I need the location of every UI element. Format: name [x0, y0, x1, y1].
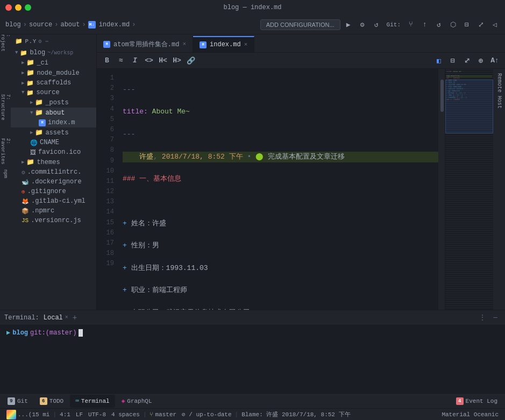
left-panel-icons: 1: Project 7: Structure 2: Favorites npm — [0, 34, 11, 310]
folder-icon: 📁 — [26, 89, 34, 96]
bottom-tab-event-log[interactable]: 4 Event Log — [451, 395, 503, 408]
file-tab-atom[interactable]: M atom常用插件集合.md × — [97, 36, 193, 52]
terminal-tab-local[interactable]: Local × — [44, 314, 68, 322]
link-button[interactable]: 🔗 — [185, 55, 197, 67]
status-lineending-text: LF — [76, 411, 83, 418]
bottom-tab-graphql[interactable]: ◈ GraphQL — [116, 395, 158, 408]
tree-item-favicon[interactable]: 🖼 favicon.ico — [11, 147, 96, 157]
git-pull-icon[interactable]: ↺ — [433, 19, 445, 31]
status-blame[interactable]: Blame: 许盛 2018/7/18, 8:52 下午 — [239, 410, 352, 418]
status-branch[interactable]: ⑂ master — [147, 411, 179, 418]
git-push-icon[interactable]: ↑ — [419, 19, 431, 31]
expand-icon[interactable]: ⤢ — [475, 19, 487, 31]
project-panel-icon[interactable]: 1: Project — [1, 37, 10, 46]
window-controls — [5, 4, 31, 11]
minimize-button[interactable] — [15, 4, 22, 11]
top-toolbar: blog › source › about › M↓ index.md › AD… — [0, 15, 505, 34]
terminal-cursor — [79, 329, 83, 337]
font-size-icon[interactable]: A↑ — [489, 55, 501, 67]
tree-item-assets[interactable]: ▶ 📁 assets — [11, 127, 96, 138]
status-indent[interactable]: 4 spaces — [109, 411, 142, 418]
status-rowcol[interactable]: 4:1 — [58, 411, 73, 418]
tree-item-versionrc[interactable]: JS .versionrc.js — [11, 216, 96, 225]
npm-panel-icon[interactable]: npm — [1, 169, 10, 179]
tree-label: .commitlintrc. — [27, 168, 82, 176]
preview-icon[interactable]: ◧ — [433, 55, 445, 67]
tree-item-gitignore[interactable]: ⊕ .gitignore — [11, 187, 96, 196]
breadcrumb-source[interactable]: source — [29, 21, 52, 29]
editor-toolbar: B ≈ I <> H< H> 🔗 ◧ ⊟ ⤢ ⊕ A↑ — [97, 53, 505, 69]
tab-close-icon[interactable]: × — [244, 41, 248, 48]
tree-item-ci[interactable]: ▶ 📁 _ci — [11, 58, 96, 68]
status-encoding[interactable]: UTF-8 — [86, 411, 108, 418]
terminal-add-button[interactable]: + — [73, 314, 77, 322]
tree-item-npmrc[interactable]: 📦 .npmrc — [11, 206, 96, 216]
settings-icon[interactable]: ⚙ — [357, 19, 368, 31]
tree-item-about[interactable]: ▼ 📁 about — [11, 108, 96, 118]
tree-item-commitlintrc[interactable]: ⚙ .commitlintrc. — [11, 167, 96, 177]
bold-button[interactable]: B — [101, 55, 113, 67]
js-icon: JS — [22, 217, 29, 224]
refresh-icon[interactable]: ↺ — [371, 19, 382, 31]
tree-item-source[interactable]: ▼ 📁 source — [11, 88, 96, 97]
code-button[interactable]: <> — [143, 55, 155, 67]
tree-item-cname[interactable]: 🌐 CNAME — [11, 138, 96, 147]
npm-icon: 📦 — [22, 208, 29, 215]
docker-icon: 🐋 — [22, 179, 29, 186]
close-button[interactable] — [5, 4, 12, 11]
run-icon[interactable]: ▶ — [343, 19, 354, 31]
code-content[interactable]: --- title: About Me~ --- 许盛, 2018/7/18, … — [118, 69, 445, 310]
file-tab-index[interactable]: M index.md × — [193, 36, 254, 52]
heading-up-button[interactable]: H> — [171, 55, 183, 67]
tree-item-posts[interactable]: ▶ 📁 _posts — [11, 97, 96, 108]
back-icon[interactable]: ◁ — [489, 19, 501, 31]
favorites-panel-icon[interactable]: 2: Favorites — [1, 146, 10, 156]
tab-md-icon: M — [200, 41, 207, 48]
maximize-button[interactable] — [25, 4, 31, 11]
italic-button[interactable]: I — [129, 55, 141, 67]
breadcrumb-about[interactable]: about — [60, 21, 80, 29]
terminal-minimize-icon[interactable]: — — [490, 312, 501, 323]
split-view-icon[interactable]: ⊟ — [447, 55, 459, 67]
remote-host-icon[interactable]: ⊕ — [475, 55, 487, 67]
status-lineending[interactable]: LF — [74, 411, 85, 418]
status-theme[interactable]: Material Oceanic — [439, 411, 501, 418]
tree-item-themes[interactable]: ▶ 📁 themes — [11, 157, 96, 167]
strikethrough-button[interactable]: ≈ — [115, 55, 127, 67]
add-configuration-button[interactable]: ADD CONFIGURATION... — [260, 19, 340, 30]
fullscreen-icon[interactable]: ⤢ — [461, 55, 473, 67]
tab-close-icon[interactable]: × — [182, 41, 186, 47]
tree-item-dockerignore[interactable]: 🐋 .dockerignore — [11, 177, 96, 187]
tree-path: ~/worksp — [47, 50, 73, 56]
tree-item-index-md[interactable]: M index.m — [11, 118, 96, 127]
chevron-down-icon: ▼ — [30, 110, 33, 116]
status-branch-text: master — [155, 411, 176, 418]
status-sync[interactable]: ⊘ / up-to-date — [180, 411, 233, 418]
tree-item-blog[interactable]: ▼ 📁 blog ~/worksp — [11, 48, 96, 58]
tree-item-scaffolds[interactable]: ▶ 📁 scaffolds — [11, 78, 96, 88]
tree-item-gitlab-ci[interactable]: 🦊 .gitlab-ci.yml — [11, 196, 96, 206]
split-icon[interactable]: ⊟ — [461, 19, 473, 31]
structure-panel-icon[interactable]: 7: Structure — [1, 102, 10, 112]
scrollbar[interactable] — [438, 69, 445, 310]
tree-item-node-modules[interactable]: ▶ 📁 node_module — [11, 68, 96, 78]
breadcrumb-blog[interactable]: blog — [5, 21, 21, 29]
terminal-controls: ⋮ — — [477, 312, 501, 323]
git-history-icon[interactable]: ⬡ — [447, 19, 459, 31]
bottom-tab-todo[interactable]: 6 TODO — [34, 395, 69, 408]
scroll-thumb[interactable] — [440, 80, 444, 112]
sidebar-header[interactable]: 📁 P.y ⚙ ⋯ — [11, 34, 96, 48]
terminal-menu-icon[interactable]: ⋮ — [477, 312, 488, 323]
heading-down-button[interactable]: H< — [157, 55, 169, 67]
bottom-tab-git[interactable]: 9 Git — [2, 395, 33, 408]
bottom-tab-terminal[interactable]: ⌨ Terminal — [70, 395, 115, 408]
remote-host-label[interactable]: Remote Host — [495, 71, 503, 111]
sidebar-menu-icon: ⋯ — [45, 38, 49, 45]
breadcrumb-file[interactable]: index.md — [99, 21, 130, 29]
status-filesize[interactable]: ...(15 mi — [4, 410, 52, 419]
git-branch-icon[interactable]: ⑂ — [405, 19, 417, 31]
terminal-tab-close[interactable]: × — [65, 315, 68, 321]
graphql-tab-label: GraphQL — [127, 398, 152, 404]
ci-folder-icon: 📁 — [26, 59, 34, 67]
code-editor[interactable]: 1 2 3 4 5 6 7 8 9 10 11 12 13 14 15 16 1 — [97, 69, 445, 310]
